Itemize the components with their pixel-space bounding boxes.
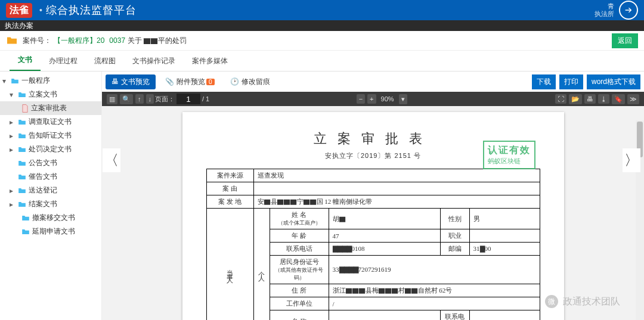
cell: 案件来源 (206, 169, 253, 182)
watermark: 微 政通技术团队 (545, 295, 620, 308)
cell: 年 龄 (270, 229, 329, 243)
wechat-icon: 微 (545, 295, 558, 308)
stamp-line2: 蚂蚁区块链 (488, 157, 531, 166)
cell (469, 310, 540, 321)
sidebar-toggle-icon[interactable]: ▥ (107, 94, 117, 104)
btn-label: 文书预览 (121, 77, 150, 87)
user-name: 青 (595, 2, 614, 10)
tree-node-hearing[interactable]: ▸告知听证文书 (0, 129, 101, 142)
tab-doc-log[interactable]: 文书操作记录 (124, 51, 184, 71)
tree-node-delivery[interactable]: ▸送达登记 (0, 184, 101, 197)
print-icon[interactable]: 🖶 (584, 94, 596, 104)
exit-button[interactable] (619, 1, 638, 20)
folder-icon (18, 91, 26, 98)
workspace: ▾一般程序 ▾立案文书 立案审批表 ▸调查取证文书 ▸告知听证文书 ▸处罚决定文… (0, 72, 644, 320)
cell: 邮编 (440, 243, 469, 256)
tree-node-decision[interactable]: ▸处罚决定文书 (0, 142, 101, 156)
zoom-out-icon[interactable]: − (357, 94, 365, 104)
pdf-toolbar: ▥ 🔍 ↑ ↓ 页面： / 1 − + 90% ▾ ⛶ 📂 🖶 ⭳ 🔖 ≫ (102, 92, 644, 106)
back-button[interactable]: 返回 (612, 33, 638, 48)
page-up-icon[interactable]: ↑ (135, 94, 144, 104)
main-panel: 🖶文书预览 📎附件预览0 🕑修改留痕 下载 打印 word格式下载 ▥ 🔍 ↑ … (102, 72, 644, 320)
folder-icon (18, 119, 26, 126)
prev-panel-arrow[interactable]: 〈 (103, 148, 120, 172)
fullscreen-icon[interactable]: ⛶ (555, 94, 566, 104)
tab-process[interactable]: 办理过程 (41, 51, 86, 71)
cell: 名 称 (270, 310, 329, 321)
folder-icon (18, 160, 26, 167)
tree-label: 结案文书 (29, 199, 57, 209)
tree-sidebar: ▾一般程序 ▾立案文书 立案审批表 ▸调查取证文书 ▸告知听证文书 ▸处罚决定文… (0, 72, 102, 320)
tree-label: 处罚决定文书 (29, 144, 72, 154)
attachment-badge: 0 (206, 79, 215, 85)
word-download-button[interactable]: word格式下载 (587, 74, 640, 89)
clock-icon: 🕑 (230, 77, 239, 86)
tree-label: 告知听证文书 (29, 131, 72, 141)
tree-node-close[interactable]: ▸结案文书 (0, 197, 101, 211)
zoom-in-icon[interactable]: + (367, 94, 376, 104)
dot: • (39, 5, 42, 15)
download-icon[interactable]: ⭳ (598, 94, 609, 104)
case-number: 0037 (109, 36, 125, 45)
revise-button[interactable]: 🕑修改留痕 (224, 74, 276, 89)
cell: 胡▇ (329, 209, 440, 229)
user-info: 青 执法所 (595, 2, 614, 18)
folder-icon (18, 187, 26, 194)
tab-flowchart[interactable]: 流程图 (86, 51, 124, 71)
cell: 性别 (440, 209, 469, 229)
document-page: 立案审批表 安执立字〔2019〕第 2151 号 认证有效 蚂蚁区块链 案件来源… (182, 112, 564, 320)
tree-node-remind[interactable]: 催告文书 (0, 170, 101, 184)
right-actions: 下载 打印 word格式下载 (528, 74, 640, 89)
cell: 职业 (440, 229, 469, 243)
cell: 案 发 地 (206, 195, 253, 209)
btn-label: 附件预览 (177, 77, 205, 87)
tree-node-evidence[interactable]: ▸调查取证文书 (0, 115, 101, 129)
page-down-icon[interactable]: ↓ (146, 94, 154, 104)
open-icon[interactable]: 📂 (569, 94, 582, 104)
tree-node-filing[interactable]: ▾立案文书 (0, 88, 101, 101)
user-org: 执法所 (595, 10, 614, 18)
party-sub: 个人 (253, 209, 270, 321)
cell: 47 (329, 229, 440, 243)
tree-node-revoke[interactable]: 撤案移交文书 (0, 211, 101, 225)
tree-label: 送达登记 (29, 185, 57, 195)
case-procedure-tag: 【一般程序】20 (54, 36, 104, 46)
tree-node-notice[interactable]: 公告文书 (0, 156, 101, 170)
cell: 案 由 (206, 182, 253, 195)
folder-icon (18, 132, 26, 139)
page-input[interactable] (177, 94, 200, 104)
download-button[interactable]: 下载 (532, 74, 556, 89)
search-icon[interactable]: 🔍 (120, 94, 133, 104)
cell: 工作单位 (270, 297, 329, 310)
attachment-button[interactable]: 📎附件预览0 (159, 74, 221, 89)
cell (253, 182, 540, 195)
print-button[interactable]: 打印 (559, 74, 583, 89)
tab-documents[interactable]: 文书 (10, 50, 41, 71)
folder-icon (21, 228, 30, 235)
doc-toolbar: 🖶文书预览 📎附件预览0 🕑修改留痕 下载 打印 word格式下载 (102, 72, 644, 92)
cell: 巡查发现 (253, 169, 540, 182)
cell: 男 (469, 209, 540, 229)
next-panel-arrow[interactable]: 〉 (623, 148, 640, 172)
printer-icon: 🖶 (112, 77, 119, 86)
tab-media[interactable]: 案件多媒体 (184, 51, 236, 71)
folder-icon (18, 146, 26, 153)
preview-button[interactable]: 🖶文书预览 (106, 74, 156, 89)
tree-node-extend[interactable]: 延期申请文书 (0, 225, 101, 238)
subnav-item[interactable]: 执法办案 (5, 21, 33, 30)
more-icon[interactable]: ≫ (627, 94, 639, 104)
tree-label: 催告文书 (29, 172, 57, 182)
tree-leaf-approval-form[interactable]: 立案审批表 (0, 101, 101, 115)
app-header: 法雀 • 综合执法监督平台 青 执法所 (0, 0, 644, 20)
case-bar: 案件号： 【一般程序】20 0037 关于 ▇▇平的处罚 返回 (0, 31, 644, 51)
page-label: 页面： (155, 95, 175, 104)
tree-root-row[interactable]: ▾一般程序 (0, 74, 101, 88)
case-desc: 关于 ▇▇平的处罚 (128, 36, 187, 46)
bookmark-icon[interactable]: 🔖 (612, 94, 625, 104)
tree-label: 立案审批表 (31, 103, 67, 113)
folder-icon (18, 201, 26, 208)
case-label: 案件号： (23, 36, 51, 46)
tree-label: 公告文书 (29, 158, 57, 168)
blockchain-stamp: 认证有效 蚂蚁区块链 (483, 141, 535, 169)
zoom-dropdown-icon[interactable]: ▾ (399, 94, 407, 104)
